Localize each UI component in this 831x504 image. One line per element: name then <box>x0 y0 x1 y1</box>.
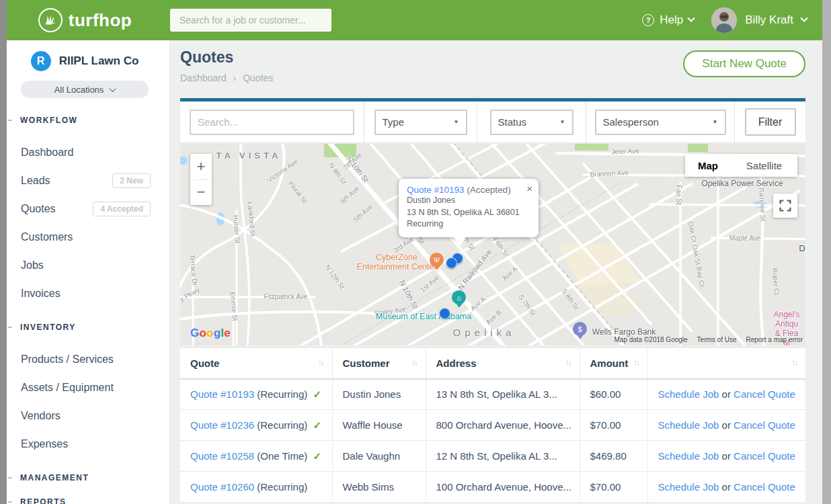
sidebar-item-products-services[interactable]: Products / Services <box>0 345 169 374</box>
cancel-quote-link[interactable]: Cancel Quote <box>734 481 795 493</box>
quote-type: (Recurring) <box>257 388 307 400</box>
zoom-out-button[interactable]: − <box>190 180 212 206</box>
infowindow-quote-link[interactable]: Quote #10193 <box>407 185 465 195</box>
salesperson-select[interactable]: Salesperson ▼ <box>595 110 726 135</box>
schedule-job-link[interactable]: Schedule Job <box>658 388 719 400</box>
sidebar-item-label: Customers <box>21 231 73 243</box>
restaurant-poi-marker[interactable]: Ψ <box>430 253 444 267</box>
status-select[interactable]: Status ▼ <box>490 110 573 135</box>
satellite-view-button[interactable]: Satellite <box>731 154 797 177</box>
map-data-text: Map data ©2018 Google <box>614 336 687 343</box>
map-label: y Pkwy <box>180 286 200 302</box>
sidebar-item-label: Assets / Equipment <box>21 382 114 394</box>
quote-link[interactable]: Quote #10193 <box>190 388 254 400</box>
map-label: Wells Fargo Bank <box>592 327 656 337</box>
window-edge-left <box>0 0 7 504</box>
schedule-job-link[interactable]: Schedule Job <box>658 450 719 462</box>
sidebar-item-quotes[interactable]: Quotes4 Accepted <box>0 195 169 223</box>
address-cell: 13 N 8th St, Opelika AL 3... <box>426 379 580 410</box>
quote-marker[interactable] <box>439 308 450 319</box>
museum-icon: ⌂ <box>457 294 461 302</box>
map-label: Ave A <box>501 265 519 282</box>
quote-marker[interactable] <box>446 257 457 269</box>
sidebar-item-dashboard[interactable]: Dashboard <box>0 138 169 167</box>
sidebar-item-label: Leads <box>21 175 50 187</box>
cancel-quote-link[interactable]: Cancel Quote <box>734 419 795 431</box>
amount-cell: $70.00 <box>580 410 647 441</box>
map-label: Opelika Power Service <box>701 179 783 188</box>
quote-link[interactable]: Quote #10260 <box>190 481 254 493</box>
address-cell: 100 Orchard Avenue, Hoove... <box>426 472 580 503</box>
column-header-quote[interactable]: Quote↑↓ <box>180 348 332 379</box>
filter-button[interactable]: Filter <box>745 108 796 136</box>
sidebar-item-badge: 4 Accepted <box>93 202 151 216</box>
grass-logo-icon <box>38 8 63 32</box>
map-label: Victoria Ave <box>266 157 299 183</box>
cancel-quote-link[interactable]: Cancel Quote <box>734 450 795 462</box>
location-selector-label: All Locations <box>54 85 104 95</box>
user-menu[interactable]: Billy Kraft <box>711 7 807 33</box>
chevron-down-icon <box>110 85 116 92</box>
column-header-actions[interactable]: ↑↓ <box>647 348 805 379</box>
infowindow-customer: Dustin Jones <box>407 195 530 207</box>
quote-link[interactable]: Quote #10236 <box>190 419 254 431</box>
sidebar-item-label: Jobs <box>21 259 44 271</box>
sidebar-item-customers[interactable]: Customers <box>0 223 169 251</box>
sidebar-item-invoices[interactable]: Invoices <box>0 280 169 308</box>
help-menu[interactable]: ? Help <box>642 13 694 27</box>
breadcrumb-quotes[interactable]: Quotes <box>243 73 273 83</box>
sidebar-item-expenses[interactable]: Expenses <box>0 430 169 458</box>
column-label: Quote <box>190 358 219 369</box>
museum-poi-marker[interactable]: ⌂ <box>452 290 466 304</box>
map-label: 3rd Ave <box>392 235 415 254</box>
breadcrumb-dashboard[interactable]: Dashboard <box>180 73 227 83</box>
column-header-customer[interactable]: Customer↑↓ <box>332 348 426 379</box>
sidebar-item-assets-equipment[interactable]: Assets / Equipment <box>0 374 169 402</box>
fullscreen-button[interactable] <box>773 194 797 218</box>
map-label: TA VISTA <box>216 151 282 161</box>
sidebar-section-header: MANAGEMENT <box>0 473 169 482</box>
infowindow-address: 13 N 8th St, Opelika AL 36801 <box>407 207 530 219</box>
start-new-quote-button[interactable]: Start New Quote <box>683 50 805 77</box>
quotes-map[interactable]: TA VISTAJeter AveBrannon AveOpelika Powe… <box>180 144 805 345</box>
map-label: Fair St <box>675 185 682 204</box>
infowindow-close-icon[interactable]: × <box>526 183 532 194</box>
sidebar-section-header: WORKFLOW <box>0 116 169 125</box>
terms-of-use-link[interactable]: Terms of Use <box>697 336 737 343</box>
map-label: Brannon Ave <box>590 169 629 178</box>
map-label: Opelika <box>453 327 516 338</box>
zoom-in-button[interactable]: + <box>190 154 212 179</box>
column-header-amount[interactable]: Amount↑↓ <box>580 348 647 379</box>
quote-link[interactable]: Quote #10258 <box>190 450 254 462</box>
sidebar-item-badge: 2 New <box>112 173 151 188</box>
quotes-search-input[interactable] <box>190 110 354 135</box>
schedule-job-link[interactable]: Schedule Job <box>658 481 719 493</box>
user-name: Billy Kraft <box>745 13 793 27</box>
map-label: Lankford St <box>246 202 256 237</box>
column-header-address[interactable]: Address↑↓ <box>426 348 580 379</box>
company-logo: R <box>31 51 51 71</box>
google-logo[interactable]: Google <box>190 327 231 340</box>
sidebar-item-label: Quotes <box>21 203 56 215</box>
cancel-quote-link[interactable]: Cancel Quote <box>734 388 795 400</box>
brand-logo[interactable]: turfhop <box>0 8 170 32</box>
type-select-value: Type <box>383 116 405 128</box>
customer-cell: Waffle House <box>332 410 426 441</box>
bank-poi-marker[interactable]: $ <box>573 322 587 336</box>
map-label: CyberZone Entertainment Center <box>357 253 437 271</box>
location-selector[interactable]: All Locations <box>21 81 149 98</box>
report-map-error-link[interactable]: Report a map error <box>746 336 803 343</box>
map-label: 5th Ave <box>352 203 374 223</box>
table-row: Quote #10236 (Recurring) ✓Waffle House80… <box>180 410 805 441</box>
infowindow-type: Recurring <box>407 218 530 230</box>
schedule-job-link[interactable]: Schedule Job <box>658 419 719 431</box>
map-view-button[interactable]: Map <box>685 154 731 177</box>
sidebar-item-vendors[interactable]: Vendors <box>0 402 169 430</box>
sidebar-item-jobs[interactable]: Jobs <box>0 251 169 280</box>
global-search-input[interactable] <box>170 9 331 32</box>
dropdown-arrow-icon: ▼ <box>560 119 565 125</box>
sidebar-item-label: Products / Services <box>21 353 114 366</box>
sidebar-item-leads[interactable]: Leads2 New <box>0 167 169 195</box>
type-select[interactable]: Type ▼ <box>374 110 467 135</box>
company-name: RIIPL Lawn Co <box>59 54 139 68</box>
